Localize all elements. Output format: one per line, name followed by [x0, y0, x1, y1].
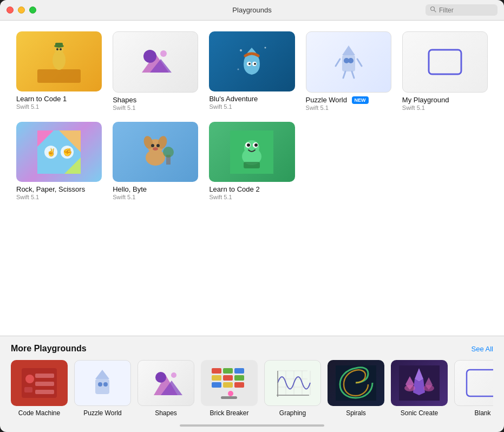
svg-line-1 [434, 10, 436, 12]
svg-rect-74 [212, 382, 221, 388]
new-badge: NEW [352, 96, 369, 104]
item-shapes-version: Swift 5.1 [113, 104, 198, 111]
item-puzzle-version: Swift 5.1 [306, 104, 391, 111]
svg-point-96 [404, 385, 415, 391]
search-bar[interactable] [426, 4, 498, 16]
svg-point-16 [254, 63, 256, 65]
svg-rect-76 [234, 382, 244, 388]
item-blues[interactable]: Blu's Adventure Swift 5.1 [209, 31, 294, 111]
svg-point-67 [171, 372, 176, 378]
more-item-spirals-name: Spirals [328, 409, 384, 417]
item-blues-name: Blu's Adventure [209, 95, 294, 103]
more-item-blank-name: Blank [454, 409, 493, 417]
svg-marker-60 [95, 370, 109, 379]
main-window: Playgrounds [0, 0, 504, 432]
svg-point-77 [228, 391, 233, 396]
item-learn1[interactable]: Learn to Code 1 Swift 5.1 [16, 31, 102, 111]
thumb-myplay [402, 31, 488, 93]
item-learn2-version: Swift 5.1 [209, 194, 294, 200]
item-learn1-name: Learn to Code 1 [16, 95, 102, 103]
item-hello[interactable]: Hello, Byte Swift 5.1 [113, 122, 198, 200]
playground-grid: Learn to Code 1 Swift 5.1 [16, 31, 488, 200]
main-content: Learn to Code 1 Swift 5.1 [0, 21, 504, 336]
more-item-graphing[interactable]: Graphing [264, 360, 321, 417]
search-input[interactable] [439, 6, 493, 14]
svg-point-6 [60, 48, 62, 50]
more-item-puzzle-world[interactable]: Puzzle World [74, 360, 131, 417]
svg-rect-56 [24, 387, 32, 392]
more-thumb-shapes2 [138, 360, 194, 406]
thumb-puzzle [306, 31, 391, 93]
svg-point-62 [98, 382, 102, 387]
item-shapes-name: Shapes [113, 96, 198, 104]
item-puzzle[interactable]: Puzzle World NEW Swift 5.1 [306, 31, 391, 111]
titlebar: Playgrounds [0, 0, 504, 21]
item-learn2-name: Learn to Code 2 [209, 185, 294, 193]
more-item-spirals[interactable]: Spirals [328, 360, 384, 417]
more-item-sonic-create-name: Sonic Create [391, 409, 448, 417]
more-thumb-puzzle-world [74, 360, 131, 406]
svg-rect-78 [221, 396, 237, 399]
maximize-button[interactable] [29, 6, 36, 14]
svg-line-27 [352, 71, 354, 78]
thumb-learn1 [16, 31, 102, 91]
scrollbar[interactable] [180, 424, 324, 427]
more-thumb-graphing [264, 360, 321, 406]
item-puzzle-name: Puzzle World NEW [306, 96, 391, 104]
svg-rect-8 [55, 43, 63, 47]
svg-rect-2 [37, 69, 81, 83]
svg-rect-58 [35, 382, 54, 386]
more-item-shapes2[interactable]: Shapes [138, 360, 194, 417]
svg-rect-98 [467, 370, 493, 396]
thumb-learn2 [209, 122, 294, 182]
item-learn1-version: Swift 5.1 [16, 103, 102, 110]
item-rps-version: Swift 5.1 [16, 194, 102, 200]
item-myplay[interactable]: My Playground Swift 5.1 [402, 31, 488, 111]
svg-rect-71 [212, 375, 221, 381]
svg-rect-61 [95, 379, 109, 394]
svg-point-19 [238, 69, 239, 70]
svg-line-24 [336, 59, 340, 66]
thumb-shapes [113, 31, 198, 93]
more-item-brick-breaker[interactable]: Brick Breaker [201, 360, 258, 417]
more-thumb-spirals [328, 360, 384, 406]
more-grid: Code Machine Puzzle World [11, 360, 493, 421]
item-hello-name: Hello, Byte [113, 185, 198, 193]
svg-point-45 [163, 147, 174, 158]
svg-point-63 [103, 382, 108, 387]
svg-rect-75 [223, 382, 233, 388]
svg-text:✊: ✊ [63, 148, 73, 157]
svg-rect-21 [342, 55, 355, 71]
svg-marker-20 [342, 45, 355, 55]
svg-rect-53 [244, 162, 260, 168]
more-item-sonic-create[interactable]: Sonic Create [391, 360, 448, 417]
more-item-shapes2-name: Shapes [138, 409, 194, 417]
svg-rect-69 [223, 368, 233, 374]
more-thumb-brick-breaker [201, 360, 258, 406]
item-rps-name: Rock, Paper, Scissors [16, 185, 102, 193]
thumb-rps: ✌️ ✊ [16, 122, 102, 182]
item-learn2[interactable]: Learn to Code 2 Swift 5.1 [209, 122, 294, 200]
svg-point-23 [348, 58, 354, 63]
more-header: More Playgrounds See All [11, 344, 493, 354]
more-item-brick-breaker-name: Brick Breaker [201, 409, 258, 417]
more-item-code-machine-name: Code Machine [11, 409, 68, 417]
svg-point-48 [244, 140, 259, 155]
see-all-link[interactable]: See All [472, 345, 493, 353]
svg-point-5 [56, 48, 58, 50]
more-item-blank[interactable]: Blank [454, 360, 493, 417]
item-myplay-name: My Playground [402, 96, 488, 104]
item-rps[interactable]: ✌️ ✊ Rock, Paper, Scissors Swift 5.1 [16, 122, 102, 200]
item-hello-version: Swift 5.1 [113, 194, 198, 200]
svg-point-18 [265, 47, 266, 49]
more-thumb-blank [454, 360, 493, 406]
more-item-code-machine[interactable]: Code Machine [11, 360, 68, 417]
more-item-puzzle-world-name: Puzzle World [74, 409, 131, 417]
svg-point-42 [156, 144, 160, 147]
svg-text:✌️: ✌️ [47, 148, 56, 157]
close-button[interactable] [6, 6, 14, 14]
svg-point-51 [247, 143, 250, 147]
item-shapes[interactable]: Shapes Swift 5.1 [113, 31, 198, 111]
minimize-button[interactable] [18, 6, 25, 14]
more-section: More Playgrounds See All Code Machine [0, 336, 504, 432]
